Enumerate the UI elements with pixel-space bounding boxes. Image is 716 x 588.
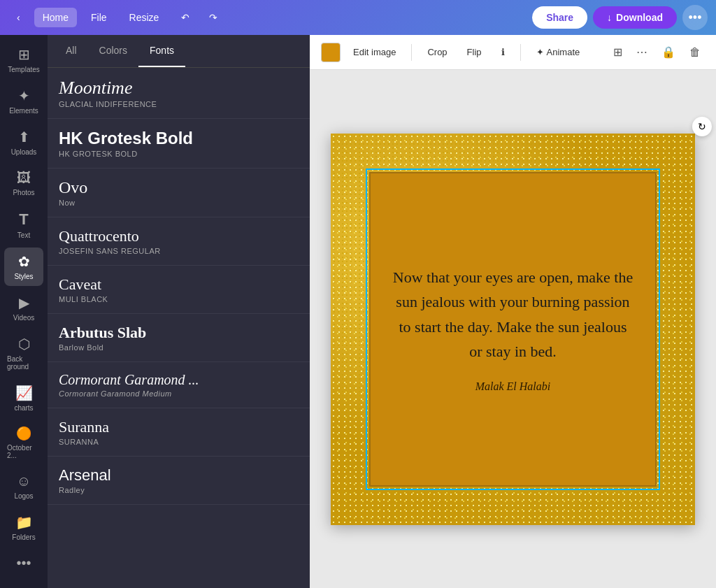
undo-button[interactable]: ↶: [173, 8, 198, 27]
sidebar-item-background[interactable]: ⬡ Back ground: [4, 330, 43, 376]
styles-icon: ✿: [18, 253, 30, 270]
sidebar-item-templates[interactable]: ⊞ Templates: [4, 41, 43, 79]
animate-icon: ✦: [536, 47, 544, 57]
canvas-author: Malak El Halabi: [475, 380, 551, 393]
font-panel: All Colors Fonts Moontime GLACIAL INDIFF…: [48, 35, 310, 588]
sidebar-item-folders[interactable]: 📁 Folders: [4, 508, 43, 547]
undo-redo-group: ↶ ↷: [173, 8, 226, 27]
back-button[interactable]: ‹: [8, 8, 29, 27]
sidebar-item-logos[interactable]: ☺ Logos: [4, 468, 43, 505]
font-panel-tabs: All Colors Fonts: [48, 35, 310, 68]
font-item-suranna[interactable]: Suranna SURANNA: [48, 408, 310, 457]
design-canvas[interactable]: Now that your eyes are open, make the su…: [331, 134, 695, 525]
charts-icon: 📈: [15, 385, 33, 401]
tab-colors[interactable]: Colors: [88, 35, 138, 67]
font-item-cormorant[interactable]: Cormorant Garamond ... Cormorant Garamon…: [48, 362, 310, 408]
topbar: ‹ Home File Resize ↶ ↷ Share ↓ Download …: [0, 0, 716, 35]
videos-icon: ▶: [19, 294, 29, 311]
sidebar-item-october[interactable]: 🟠 October 2...: [4, 420, 43, 465]
tab-all[interactable]: All: [55, 35, 88, 67]
font-item-quattrocento[interactable]: Quattrocento JOSEFIN SANS REGULAR: [48, 217, 310, 266]
canvas-inner-box[interactable]: Now that your eyes are open, make the su…: [369, 172, 657, 487]
sidebar-item-styles[interactable]: ✿ Styles: [4, 248, 43, 286]
font-item-hk-grotesk[interactable]: HK Grotesk Bold HK GROTESK BOLD: [48, 119, 310, 168]
logos-icon: ☺: [17, 473, 31, 489]
edit-toolbar: Edit image Crop Flip ℹ ✦ Animate ⊞ ⋯ 🔒 🗑: [310, 35, 716, 70]
photos-icon: 🖼: [17, 170, 31, 186]
font-item-arbutus[interactable]: Arbutus Slab Barlow Bold: [48, 314, 310, 362]
file-button[interactable]: File: [83, 8, 115, 27]
crop-button[interactable]: Crop: [420, 43, 454, 62]
info-button[interactable]: ℹ: [494, 43, 512, 62]
grid-button[interactable]: ⋯: [632, 41, 652, 63]
folders-icon: 📁: [15, 514, 33, 531]
sidebar-item-videos[interactable]: ▶ Videos: [4, 289, 43, 327]
font-item-moontime[interactable]: Moontime GLACIAL INDIFFERENCE: [48, 68, 310, 119]
main-layout: ⊞ Templates ✦ Elements ⬆ Uploads 🖼 Photo…: [0, 35, 716, 588]
animate-button[interactable]: ✦ Animate: [529, 43, 587, 62]
text-icon: T: [19, 210, 28, 229]
sidebar-icons: ⊞ Templates ✦ Elements ⬆ Uploads 🖼 Photo…: [0, 35, 48, 588]
sidebar-item-text[interactable]: T Text: [4, 205, 43, 245]
download-button[interactable]: ↓ Download: [593, 6, 677, 29]
home-button[interactable]: Home: [34, 8, 77, 27]
uploads-icon: ⬆: [18, 129, 30, 145]
resize-button[interactable]: Resize: [121, 8, 168, 27]
sidebar-item-uploads[interactable]: ⬆ Uploads: [4, 123, 43, 162]
rotation-handle[interactable]: ↻: [692, 117, 712, 136]
sidebar-more-button[interactable]: •••: [13, 550, 34, 577]
layer-button[interactable]: ⊞: [609, 41, 626, 63]
more-options-button[interactable]: •••: [682, 5, 708, 30]
canvas-scroll[interactable]: Now that your eyes are open, make the su…: [310, 70, 716, 588]
toolbar-right: ⊞ ⋯ 🔒 🗑: [609, 41, 705, 63]
canvas-area: Edit image Crop Flip ℹ ✦ Animate ⊞ ⋯ 🔒 🗑: [310, 35, 716, 588]
edit-image-button[interactable]: Edit image: [346, 43, 403, 62]
download-icon: ↓: [607, 12, 612, 23]
sidebar-item-photos[interactable]: 🖼 Photos: [4, 164, 43, 202]
lock-button[interactable]: 🔒: [657, 41, 680, 63]
delete-button[interactable]: 🗑: [685, 42, 705, 63]
flip-button[interactable]: Flip: [460, 43, 489, 62]
background-icon: ⬡: [18, 336, 30, 352]
share-button[interactable]: Share: [532, 6, 587, 29]
toolbar-separator-2: [520, 44, 521, 61]
font-item-arsenal[interactable]: Arsenal Radley: [48, 457, 310, 505]
redo-button[interactable]: ↷: [201, 8, 226, 27]
font-item-ovo[interactable]: Ovo Now: [48, 168, 310, 217]
october-icon: 🟠: [16, 426, 31, 441]
color-swatch[interactable]: [321, 43, 341, 62]
sidebar-item-elements[interactable]: ✦ Elements: [4, 82, 43, 120]
elements-icon: ✦: [18, 87, 30, 104]
toolbar-separator-1: [411, 44, 412, 61]
canvas-quote: Now that your eyes are open, make the su…: [392, 265, 634, 364]
sidebar-item-charts[interactable]: 📈 charts: [4, 379, 43, 417]
font-list: Moontime GLACIAL INDIFFERENCE HK Grotesk…: [48, 68, 310, 588]
font-item-caveat[interactable]: Caveat MULI BLACK: [48, 266, 310, 314]
tab-fonts[interactable]: Fonts: [138, 35, 185, 67]
templates-icon: ⊞: [18, 46, 30, 63]
